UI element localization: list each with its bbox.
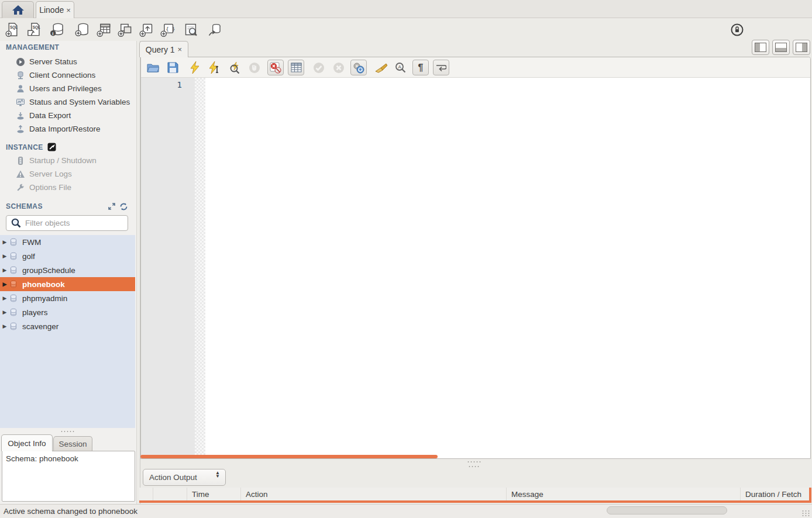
connection-tab-linode[interactable]: Linode× — [36, 1, 74, 18]
create-procedure-button[interactable] — [139, 22, 154, 37]
execute-current-button[interactable] — [207, 60, 223, 75]
sidebar-item-data-export[interactable]: Data Export — [0, 109, 136, 122]
object-info-panel: Schema: phonebook — [2, 451, 135, 502]
expander-icon[interactable]: ▶ — [0, 281, 9, 287]
combo-spinner-icon: ▲▼ — [215, 471, 220, 478]
schemas-refresh-button[interactable] — [119, 202, 128, 213]
output-col-icon — [139, 488, 153, 501]
sidebar-item-options-file[interactable]: Options File — [0, 181, 136, 194]
sidebar-item-system-variables[interactable]: Status and System Variables — [0, 95, 136, 109]
inspect-database-button[interactable]: i — [49, 22, 65, 37]
schema-icon — [9, 266, 18, 274]
search-data-button[interactable] — [183, 22, 199, 37]
output-col-message[interactable]: Message — [507, 488, 741, 501]
schema-row-fwm[interactable]: ▶ FWM — [0, 235, 135, 249]
tab-session[interactable]: Session — [53, 436, 92, 451]
create-view-icon — [117, 22, 133, 37]
output-splitter-grip[interactable] — [467, 461, 481, 462]
output-type-select[interactable]: Action Output ▲▼ — [143, 469, 226, 486]
close-icon[interactable]: × — [66, 6, 71, 15]
svg-text:{ }: { } — [166, 26, 175, 32]
sidebar-item-label: Data Export — [29, 111, 71, 120]
filter-objects-input[interactable] — [25, 219, 119, 227]
output-col-duration[interactable]: Duration / Fetch — [741, 488, 812, 501]
lock-button[interactable] — [730, 23, 746, 39]
schema-row-golf[interactable]: ▶ golf — [0, 249, 135, 263]
main-toolbar: SQL SQL i — [0, 18, 812, 41]
instance-admin-icon — [47, 143, 56, 151]
save-file-button[interactable] — [164, 60, 181, 75]
sidebar-item-users-privileges[interactable]: Users and Privileges — [0, 82, 136, 95]
invisible-chars-toggle[interactable]: ¶ — [412, 60, 429, 75]
find-button[interactable]: A — [393, 60, 409, 75]
sidebar-item-server-logs[interactable]: Server Logs — [0, 167, 136, 181]
sidebar-item-label: Server Logs — [29, 170, 72, 178]
window-resize-grip[interactable] — [801, 510, 811, 517]
create-function-button[interactable]: { } — [160, 22, 176, 37]
expander-icon[interactable]: ▶ — [0, 239, 9, 245]
toggle-left-sidebar-button[interactable] — [752, 40, 769, 55]
svg-text:i: i — [52, 31, 53, 36]
sidebar-item-startup-shutdown[interactable]: Startup / Shutdown — [0, 154, 136, 167]
sidebar-item-client-connections[interactable]: Client Connections — [0, 68, 136, 82]
rollback-button[interactable] — [331, 60, 347, 75]
autocommit-toggle[interactable] — [350, 60, 367, 75]
schemas-section-title: SCHEMAS — [6, 202, 43, 210]
toggle-output-area-button[interactable] — [772, 40, 790, 55]
output-splitter-grip[interactable] — [468, 465, 480, 467]
sidebar-item-label: Startup / Shutdown — [29, 156, 97, 165]
open-sql-script-button[interactable]: SQL — [26, 22, 42, 37]
output-horizontal-scrollbar-thumb[interactable] — [607, 506, 727, 514]
new-query-tab-button[interactable]: SQL — [5, 22, 20, 37]
schemas-expand-button[interactable] — [108, 202, 116, 213]
sidebar-item-data-import[interactable]: Data Import/Restore — [0, 122, 136, 136]
wrap-text-toggle[interactable] — [433, 60, 449, 75]
expander-icon[interactable]: ▶ — [0, 295, 9, 301]
beautify-button[interactable] — [373, 60, 389, 75]
stop-on-error-toggle[interactable] — [267, 60, 284, 75]
beautify-icon — [374, 63, 387, 73]
sidebar-item-label: Client Connections — [29, 71, 95, 80]
expander-icon[interactable]: ▶ — [0, 253, 9, 259]
output-col-time[interactable]: Time — [187, 488, 241, 501]
sidebar-item-label: Users and Privileges — [29, 84, 102, 93]
status-message: Active schema changed to phonebook — [4, 507, 137, 516]
sidebar-splitter-grip[interactable] — [60, 430, 75, 433]
sidebar-item-server-status[interactable]: Server Status — [0, 55, 136, 68]
schema-row-players[interactable]: ▶ players — [0, 305, 135, 319]
sidebar-splitter[interactable] — [136, 41, 140, 504]
expander-icon[interactable]: ▶ — [0, 309, 9, 315]
create-view-button[interactable] — [117, 22, 133, 37]
create-schema-button[interactable] — [74, 22, 90, 37]
explain-button[interactable] — [227, 60, 243, 75]
schema-row-scavenger[interactable]: ▶ scavenger — [0, 319, 135, 333]
schema-row-phonebook[interactable]: ▶ phonebook — [0, 277, 135, 291]
schema-icon — [9, 308, 18, 316]
toggle-right-sidebar-button[interactable] — [793, 40, 810, 55]
schema-row-phpmyadmin[interactable]: ▶ phpmyadmin — [0, 291, 135, 305]
expander-icon[interactable]: ▶ — [0, 267, 9, 273]
sql-editor-text-area[interactable] — [205, 78, 810, 455]
schema-name: phpmyadmin — [22, 294, 67, 303]
output-col-action[interactable]: Action — [241, 488, 507, 501]
stop-button[interactable] — [246, 60, 263, 75]
schema-icon — [9, 280, 18, 288]
create-table-button[interactable] — [96, 22, 112, 37]
close-icon[interactable]: × — [178, 45, 183, 54]
execute-button[interactable] — [187, 60, 203, 75]
editor-horizontal-scrollbar[interactable] — [140, 455, 438, 458]
tab-object-info[interactable]: Object Info — [1, 434, 53, 451]
open-file-button[interactable] — [144, 60, 161, 75]
schema-row-groupschedule[interactable]: ▶ groupSchedule — [0, 263, 135, 277]
schema-filter[interactable] — [6, 215, 128, 231]
tab-query-1[interactable]: Query 1× — [139, 41, 188, 57]
reconnect-server-button[interactable] — [207, 22, 222, 37]
schema-icon — [9, 294, 18, 302]
output-vertical-scrollbar[interactable] — [809, 488, 811, 503]
limit-rows-toggle[interactable] — [288, 60, 304, 75]
commit-button[interactable] — [311, 60, 327, 75]
expander-icon[interactable]: ▶ — [0, 323, 9, 329]
line-number-gutter: 1 — [141, 78, 195, 455]
svg-text:SQL: SQL — [33, 25, 40, 30]
home-tab[interactable] — [2, 1, 34, 18]
